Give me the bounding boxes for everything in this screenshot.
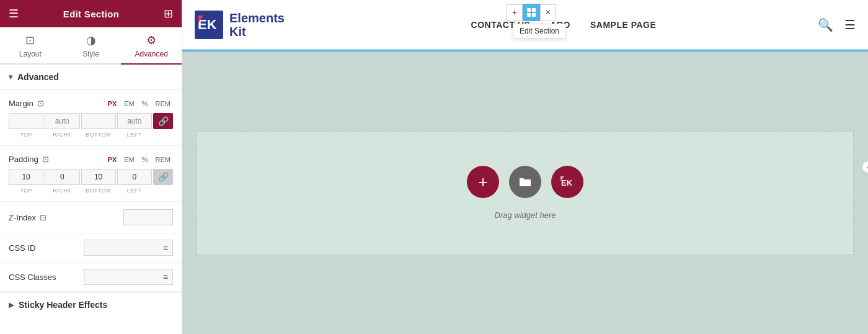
padding-link-button[interactable]: 🔗 [153,169,173,185]
add-widget-button[interactable]: + [467,166,499,198]
margin-top-label: TOP [9,132,43,138]
padding-unit-em[interactable]: EM [122,155,137,164]
edit-section-tooltip: Edit Section [513,24,566,38]
svg-rect-3 [527,8,531,12]
zindex-label: Z-Index ⊡ [9,213,46,222]
search-button[interactable]: 🔍 [818,17,833,32]
cssclasses-label: CSS Classes [9,273,56,282]
padding-left-input[interactable] [117,169,152,185]
section-toolbar: + ✕ [507,4,556,21]
logo-text: Elements Kit [229,11,285,38]
cssid-input-wrap: ≡ [84,240,173,256]
margin-label-text: Margin [9,99,33,108]
widget-buttons: + EK [467,166,583,198]
padding-right-label: RIGHT [45,187,79,194]
cssclasses-label-text: CSS Classes [9,273,56,282]
tab-style-label: Style [82,50,99,58]
margin-unit-rem[interactable]: REM [153,99,173,108]
margin-unit-percent[interactable]: % [140,99,151,108]
margin-left-label: LEFT [117,132,152,138]
cssid-row: CSS ID ≡ [0,233,182,263]
layout-tab-icon: ⊡ [25,34,35,47]
cssid-label-text: CSS ID [9,243,35,253]
tab-layout[interactable]: ⊡ Layout [0,27,61,65]
cssclasses-input[interactable] [84,269,159,284]
tab-advanced[interactable]: ⚙ Advanced [121,27,182,65]
margin-right-label: RIGHT [45,132,79,138]
tab-advanced-label: Advanced [135,50,167,58]
margin-responsive-icon[interactable]: ⊡ [37,99,44,108]
toolbar-close-button[interactable]: ✕ [540,4,556,20]
cssclasses-input-wrap: ≡ [84,269,173,285]
svg-rect-5 [527,13,531,17]
cssclasses-row: CSS Classes ≡ [0,263,182,292]
sticky-header-label: Sticky Header Effects [19,300,107,310]
padding-field-group: Padding ⊡ PX EM % REM 🔗 TOP RIGHT [0,146,182,202]
margin-unit-px[interactable]: PX [105,99,120,108]
nav-right: 🔍 ☰ [818,17,856,32]
zindex-label-text: Z-Index [9,213,36,222]
padding-label-text: Padding [9,155,38,164]
sticky-header-section[interactable]: ▶ Sticky Header Effects [0,292,182,317]
margin-label-row: Margin ⊡ PX EM % REM [9,99,173,108]
main-area: EK Elements Kit CONTACT US ABO SAMPLE PA… [182,0,868,334]
cssid-list-icon[interactable]: ≡ [159,240,172,255]
margin-unit-em[interactable]: EM [122,99,137,108]
padding-top-label: TOP [9,187,43,194]
cssclasses-list-icon[interactable]: ≡ [159,269,172,284]
margin-right-input[interactable] [45,113,79,129]
padding-input-labels: TOP RIGHT BOTTOM LEFT [9,187,173,194]
advanced-section-header[interactable]: ▾ Advanced [0,65,182,90]
edit-section-tooltip-text: Edit Section [520,27,559,35]
margin-link-spacer [153,132,173,138]
panel-header: ☰ Edit Section ⊞ [0,0,182,27]
padding-link-spacer [153,187,173,194]
panel-header-right-icons: ⊞ [164,7,173,20]
zindex-input[interactable] [123,209,173,225]
grid-view-icon[interactable]: ⊞ [164,7,173,20]
padding-unit-rem[interactable]: REM [153,155,173,164]
drag-hint: Drag widget here [495,210,556,220]
margin-left-input[interactable] [117,113,152,129]
padding-label-row: Padding ⊡ PX EM % REM [9,155,173,164]
padding-top-input[interactable] [9,169,43,185]
tab-style[interactable]: ◑ Style [61,27,122,65]
svg-rect-6 [532,13,536,17]
margin-input-labels: TOP RIGHT BOTTOM LEFT [9,132,173,138]
logo-line2: Kit [229,25,285,38]
zindex-row: Z-Index ⊡ [0,202,182,233]
sticky-chevron-icon: ▶ [9,301,14,309]
margin-label: Margin ⊡ [9,99,44,108]
padding-unit-percent[interactable]: % [140,155,151,164]
padding-right-input[interactable] [45,169,79,185]
elementskit-logo-icon: EK [195,11,223,39]
nav-hamburger-button[interactable]: ☰ [844,17,856,32]
chevron-down-icon: ▾ [9,73,12,81]
tab-layout-label: Layout [19,50,42,58]
canvas-section[interactable]: + EK Drag widget here [197,131,854,255]
cssid-label: CSS ID [9,243,35,253]
hamburger-menu-icon[interactable]: ☰ [9,7,19,20]
toolbar-grid-button[interactable] [523,4,540,21]
margin-link-button[interactable]: 🔗 [153,113,173,129]
elementskit-widget-button[interactable]: EK [551,166,583,198]
nav-sample-page[interactable]: SAMPLE PAGE [590,20,656,30]
folder-widget-button[interactable] [509,166,541,198]
padding-bottom-input[interactable] [81,169,116,185]
padding-unit-px[interactable]: PX [105,155,120,164]
toolbar-add-button[interactable]: + [507,4,523,20]
margin-top-input[interactable] [9,113,43,129]
cssid-input[interactable] [84,240,159,255]
panel-content: ▾ Advanced Margin ⊡ PX EM % REM [0,65,182,334]
margin-bottom-label: BOTTOM [81,132,116,138]
canvas-area: + EK Drag widget here [182,52,868,334]
zindex-responsive-icon[interactable]: ⊡ [40,213,46,222]
padding-bottom-label: BOTTOM [81,187,116,194]
padding-inputs: 🔗 [9,169,173,185]
padding-responsive-icon[interactable]: ⊡ [42,155,49,164]
padding-left-label: LEFT [117,187,152,194]
padding-unit-switcher: PX EM % REM [105,155,173,164]
margin-bottom-input[interactable] [81,113,116,129]
advanced-tab-icon: ⚙ [146,34,156,47]
style-tab-icon: ◑ [86,34,96,47]
